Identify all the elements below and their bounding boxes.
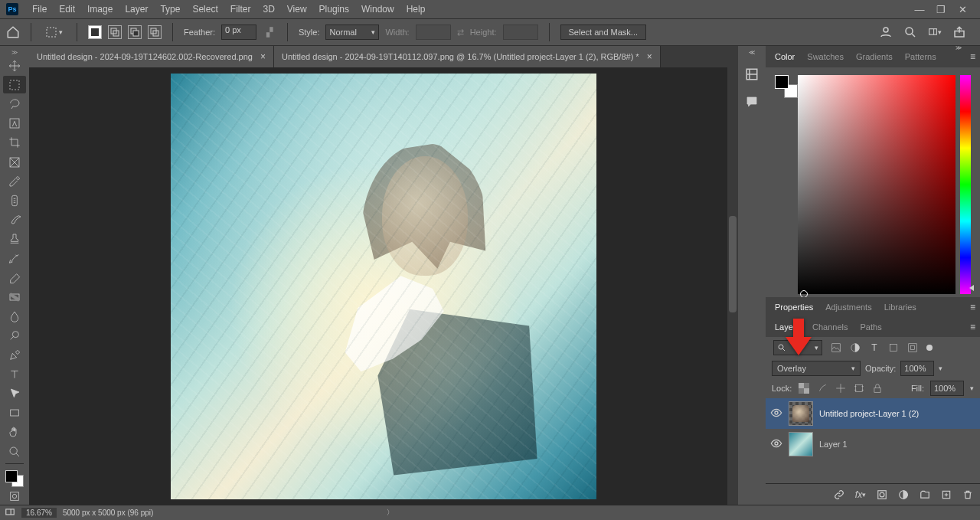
type-tool[interactable] xyxy=(3,365,26,383)
quick-mask-toggle[interactable] xyxy=(3,489,26,505)
cloud-docs-icon[interactable] xyxy=(879,25,893,39)
layer-name[interactable]: Layer 1 xyxy=(819,440,848,449)
close-button[interactable]: ✕ xyxy=(957,4,968,15)
gradient-tool[interactable] xyxy=(3,288,26,306)
hand-tool[interactable] xyxy=(3,424,26,441)
history-panel-icon[interactable] xyxy=(743,65,761,83)
tab-channels[interactable]: Channels xyxy=(812,322,848,332)
zoom-level[interactable]: 16.67% xyxy=(21,508,57,518)
screen-mode-icon[interactable] xyxy=(5,507,15,519)
path-select-tool[interactable] xyxy=(3,384,26,402)
menu-type[interactable]: Type xyxy=(154,4,186,15)
vertical-scrollbar[interactable] xyxy=(727,67,738,505)
search-icon[interactable] xyxy=(903,25,917,39)
selection-add-icon[interactable] xyxy=(108,25,122,39)
layer-row[interactable]: Layer 1 xyxy=(766,429,980,459)
share-icon[interactable] xyxy=(952,25,966,39)
group-layers-icon[interactable] xyxy=(919,489,931,501)
comments-panel-icon[interactable] xyxy=(743,93,761,111)
opacity-scrubber-icon[interactable]: ▾ xyxy=(939,365,942,372)
selection-new-icon[interactable] xyxy=(88,25,102,39)
menu-plugins[interactable]: Plugins xyxy=(313,4,355,15)
collapse-panels-icon[interactable]: ≫ xyxy=(956,44,962,51)
color-swatch-foreground-background[interactable] xyxy=(5,470,24,486)
panel-menu-icon[interactable]: ≡ xyxy=(970,51,975,62)
lock-position-icon[interactable] xyxy=(835,382,847,394)
eyedropper-tool[interactable] xyxy=(3,172,26,190)
opacity-input[interactable]: 100% xyxy=(900,361,934,376)
canvas-viewport[interactable] xyxy=(29,67,738,505)
tab-patterns[interactable]: Patterns xyxy=(905,52,936,61)
menu-image[interactable]: Image xyxy=(81,4,119,15)
antialias-icon[interactable]: ▞ xyxy=(263,25,276,39)
history-brush-tool[interactable] xyxy=(3,250,26,267)
tools-collapse-icon[interactable]: ≫ xyxy=(11,49,18,55)
feather-input[interactable]: 0 px xyxy=(221,25,256,40)
color-saturation-field[interactable] xyxy=(798,75,956,294)
marquee-tool[interactable] xyxy=(3,76,26,93)
blend-mode-select[interactable]: Overlay▾ xyxy=(772,361,861,376)
menu-edit[interactable]: Edit xyxy=(53,4,81,15)
document-tab[interactable]: Untitled design - 2024-09-19T140112.097.… xyxy=(274,46,661,67)
workspace-switcher-icon[interactable]: ▾ xyxy=(928,25,942,39)
layer-visibility-toggle[interactable] xyxy=(770,437,782,451)
pen-tool[interactable] xyxy=(3,346,26,364)
layer-mask-icon[interactable] xyxy=(876,489,888,501)
menu-layer[interactable]: Layer xyxy=(119,4,154,15)
tab-adjustments[interactable]: Adjustments xyxy=(825,303,872,312)
menu-window[interactable]: Window xyxy=(355,4,400,15)
document-info-menu-icon[interactable]: 〉 xyxy=(387,508,394,518)
tab-close-icon[interactable]: × xyxy=(647,51,652,62)
tab-close-icon[interactable]: × xyxy=(260,51,266,62)
color-hue-slider[interactable] xyxy=(960,75,971,294)
document-info[interactable]: 5000 px x 5000 px (96 ppi) xyxy=(63,509,153,517)
menu-3d[interactable]: 3D xyxy=(256,4,280,15)
panel-menu-icon[interactable]: ≡ xyxy=(970,302,975,312)
menu-file[interactable]: File xyxy=(26,4,53,15)
tab-swatches[interactable]: Swatches xyxy=(807,52,844,61)
tool-preset-dropdown[interactable]: ▾ xyxy=(42,25,66,40)
style-select[interactable]: Normal▾ xyxy=(325,25,379,40)
filter-toggle-switch[interactable] xyxy=(926,345,933,351)
filter-smartobject-icon[interactable] xyxy=(906,342,919,354)
minimize-button[interactable]: — xyxy=(914,4,925,15)
canvas[interactable] xyxy=(171,74,596,499)
select-and-mask-button[interactable]: Select and Mask... xyxy=(560,25,647,40)
move-tool[interactable] xyxy=(3,57,26,74)
layer-thumbnail[interactable] xyxy=(789,401,813,426)
filter-pixel-icon[interactable] xyxy=(830,342,842,354)
tab-gradients[interactable]: Gradients xyxy=(856,52,893,61)
dodge-tool[interactable] xyxy=(3,327,26,345)
lock-artboard-icon[interactable] xyxy=(853,382,865,394)
frame-tool[interactable] xyxy=(3,153,26,171)
panel-menu-icon[interactable]: ≡ xyxy=(970,322,975,332)
link-layers-icon[interactable] xyxy=(833,489,845,501)
delete-layer-icon[interactable] xyxy=(962,489,974,501)
adjustment-layer-icon[interactable] xyxy=(897,489,910,501)
tab-paths[interactable]: Paths xyxy=(861,322,882,332)
maximize-button[interactable]: ❐ xyxy=(936,4,946,15)
menu-select[interactable]: Select xyxy=(186,4,224,15)
new-layer-icon[interactable] xyxy=(940,489,952,501)
healing-tool[interactable] xyxy=(3,191,26,209)
menu-help[interactable]: Help xyxy=(400,4,432,15)
filter-shape-icon[interactable] xyxy=(887,342,900,354)
document-tab[interactable]: Untitled design - 2024-09-19T124602.002-… xyxy=(29,46,274,67)
tab-libraries[interactable]: Libraries xyxy=(884,303,916,312)
layer-name[interactable]: Untitled project-Layer 1 (2) xyxy=(819,409,919,418)
filter-type-icon[interactable]: T xyxy=(868,342,880,354)
crop-tool[interactable] xyxy=(3,134,26,152)
blur-tool[interactable] xyxy=(3,308,26,325)
layer-row[interactable]: Untitled project-Layer 1 (2) xyxy=(766,398,980,429)
object-select-tool[interactable] xyxy=(3,115,26,132)
layer-thumbnail[interactable] xyxy=(789,432,813,456)
brush-tool[interactable] xyxy=(3,211,26,229)
lock-transparency-icon[interactable] xyxy=(798,382,810,394)
tab-properties[interactable]: Properties xyxy=(775,303,813,312)
eraser-tool[interactable] xyxy=(3,269,26,286)
lasso-tool[interactable] xyxy=(3,95,26,113)
selection-subtract-icon[interactable] xyxy=(128,25,142,39)
fill-input[interactable]: 100% xyxy=(930,381,964,396)
fill-scrubber-icon[interactable]: ▾ xyxy=(970,384,974,392)
tab-color[interactable]: Color xyxy=(775,52,795,61)
